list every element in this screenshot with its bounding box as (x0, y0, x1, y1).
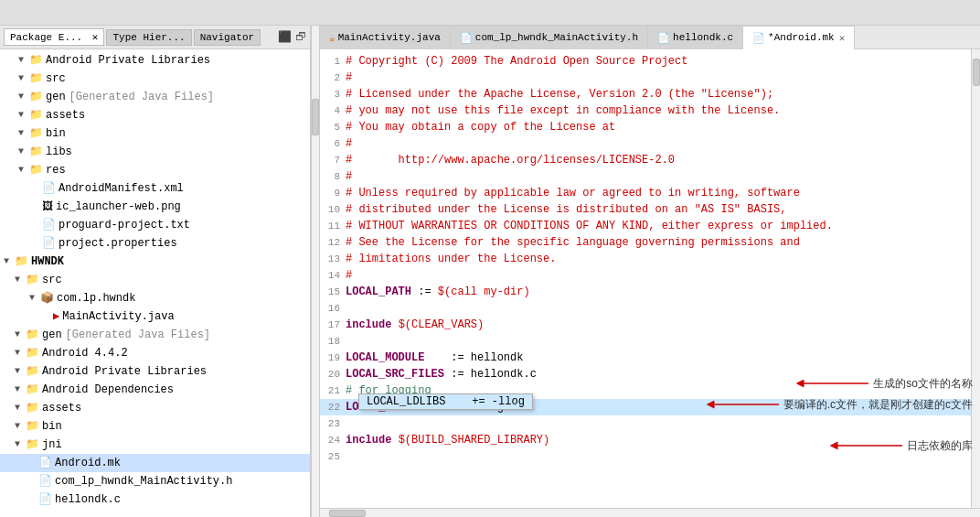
package-icon: 📦 (40, 290, 54, 307)
maximize-icon[interactable]: 🗗 (295, 30, 306, 44)
panel-toolbar: ⬛ 🗗 (278, 30, 306, 44)
tree-label: Android Dependencies (42, 382, 174, 398)
tree-label: Android Private Libraries (46, 52, 210, 69)
props-file-icon: 📄 (42, 235, 56, 252)
xml-file-icon: 📄 (42, 180, 56, 197)
tree-label: hellondk.c (55, 491, 121, 508)
tree-label: gen (42, 327, 62, 343)
left-panel-header: Package E... ✕ Type Hier... Navigator ⬛ … (0, 26, 310, 49)
folder-icon: 📁 (29, 144, 43, 160)
txt-file-icon: 📄 (42, 217, 56, 233)
scrollbar-thumb[interactable] (312, 99, 319, 135)
code-line-24: 24include $(BUILD_SHARED_LIBRARY) (320, 432, 971, 448)
code-line-10: 10# distributed under the License is dis… (320, 201, 971, 218)
tab-android-mk[interactable]: 📄 *Android.mk ✕ (743, 26, 855, 49)
folder-icon: 📁 (26, 382, 39, 398)
tree-item[interactable]: ▼ 📁 res (0, 161, 310, 179)
tree-item-jni[interactable]: ▼ 📁 jni ➤ (0, 436, 310, 454)
tree-item[interactable]: ▼ 📁 bin (0, 124, 310, 143)
tree-item-androidmk[interactable]: 📄 Android.mk (0, 454, 310, 472)
code-line-14: 14# (320, 267, 971, 284)
tab-label: MainActivity.java (338, 32, 441, 43)
editor-scrollbar-thumb[interactable] (973, 59, 980, 86)
tree-item[interactable]: ▼ 📁 assets (0, 399, 310, 417)
editor-hscrollbar[interactable] (320, 508, 980, 517)
tree-label-extra: [Generated Java Files] (66, 327, 210, 343)
editor-scrollbar[interactable] (971, 49, 980, 508)
tab-type-hierarchy[interactable]: Type Hier... (106, 29, 191, 46)
tree-label-extra: [Generated Java Files] (69, 89, 214, 105)
code-line-20: 20LOCAL_SRC_FILES := hellondk.c (320, 366, 971, 382)
mk-file-tab-icon: 📄 (752, 32, 765, 44)
tree-item[interactable]: ▼ 📁 gen [Generated Java Files] (0, 326, 310, 344)
tab-package-explorer[interactable]: Package E... ✕ (4, 28, 104, 46)
tree-label: jni (42, 436, 62, 453)
tree-item[interactable]: 📄 AndroidManifest.xml (0, 179, 310, 198)
minimize-icon[interactable]: ⬛ (278, 30, 292, 44)
tree-item[interactable]: 🖼 ic_launcher-web.png (0, 198, 310, 216)
tree-item[interactable]: ▼ 📁 Android Private Libraries (0, 51, 310, 70)
tree-item[interactable]: ▼ 📁 gen [Generated Java Files] (0, 88, 310, 106)
h-file-tab-icon: 📄 (460, 32, 473, 44)
close-tab-icon[interactable]: ✕ (92, 32, 99, 43)
tree-label: proguard-project.txt (59, 217, 190, 233)
folder-icon: 📁 (26, 327, 39, 343)
tree-item[interactable]: ▼ 📁 Android Dependencies (0, 381, 310, 399)
tree-label: ic_launcher-web.png (56, 199, 181, 215)
folder-icon: 📁 (29, 52, 43, 69)
tree-label: src (46, 70, 66, 87)
tree-item-hwndk[interactable]: ▼ 📁 HWNDK (0, 253, 310, 271)
tab-label: hellondk.c (673, 32, 733, 43)
tab-mainactivity-java[interactable]: ☕ MainActivity.java (320, 26, 451, 49)
code-line-23: 23 (320, 415, 971, 432)
tree-label: assets (46, 107, 85, 124)
tree-item[interactable]: ▼ 📁 assets (0, 106, 310, 124)
tab-hellondk-c[interactable]: 📄 hellondk.c (648, 26, 743, 49)
code-editor: ☕ MainActivity.java 📄 com_lp_hwndk_MainA… (320, 26, 980, 517)
image-file-icon: 🖼 (42, 199, 53, 215)
tree-item[interactable]: ▼ 📁 libs (0, 143, 310, 161)
left-panel-scrollbar[interactable] (311, 26, 320, 517)
tree-item[interactable]: ▼ 📁 Android Private Libraries (0, 362, 310, 381)
close-tab-icon[interactable]: ✕ (839, 32, 846, 44)
code-line-25: 25 (320, 448, 971, 465)
tree-label: com.lp.hwndk (57, 290, 135, 307)
tree-item[interactable]: 📄 project.properties (0, 234, 310, 253)
tree-item[interactable]: ▼ 📁 src (0, 271, 310, 289)
tree-item[interactable]: ▼ 📁 bin (0, 417, 310, 436)
folder-icon: 📁 (26, 345, 39, 361)
tree-item[interactable]: ▼ 📁 Android 4.4.2 (0, 344, 310, 362)
folder-icon: 📁 (29, 125, 43, 142)
code-line-13: 13# limitations under the License. (320, 251, 971, 267)
tree-label: res (46, 162, 66, 178)
tree-item[interactable]: 📄 com_lp_hwndk_MainActivity.h (0, 472, 310, 490)
code-line-8: 8# (320, 168, 971, 185)
folder-icon: 📁 (29, 162, 43, 178)
c-file-icon: 📄 (38, 491, 52, 508)
tab-label: com_lp_hwndk_MainActivity.h (475, 32, 638, 43)
tree-label: assets (42, 400, 81, 416)
code-line-5: 5# You may obtain a copy of the License … (320, 119, 971, 135)
tree-item[interactable]: 📄 hellondk.c (0, 490, 310, 509)
tab-navigator[interactable]: Navigator (194, 29, 261, 46)
tree-item-mainactivity[interactable]: ▶ MainActivity.java (0, 307, 310, 326)
project-icon: 📁 (15, 253, 28, 270)
tree-label: Android.mk (55, 455, 121, 471)
tree-label: bin (46, 125, 66, 142)
tree-label: com_lp_hwndk_MainActivity.h (55, 473, 232, 490)
autocomplete-dropdown[interactable]: LOCAL_LDLIBS += -llog (358, 393, 533, 410)
h-file-icon: 📄 (38, 473, 52, 490)
tree-item[interactable]: ▼ 📦 com.lp.hwndk (0, 289, 310, 307)
folder-icon: 📁 (29, 70, 43, 87)
tree-label: Android Private Libraries (42, 363, 207, 380)
tree-item[interactable]: ▼ 📁 src (0, 70, 310, 88)
code-line-9: 9# Unless required by applicable law or … (320, 185, 971, 201)
editor-hscrollbar-thumb[interactable] (329, 510, 366, 517)
java-icon: ☕ (329, 32, 336, 44)
code-line-12: 12# See the License for the specific lan… (320, 234, 971, 251)
tree-item[interactable]: 📄 proguard-project.txt (0, 216, 310, 234)
code-line-17: 17include $(CLEAR_VARS) (320, 317, 971, 333)
left-panel: Package E... ✕ Type Hier... Navigator ⬛ … (0, 26, 311, 517)
tab-header-file[interactable]: 📄 com_lp_hwndk_MainActivity.h (451, 26, 648, 49)
autocomplete-item[interactable]: LOCAL_LDLIBS += -llog (359, 394, 532, 409)
